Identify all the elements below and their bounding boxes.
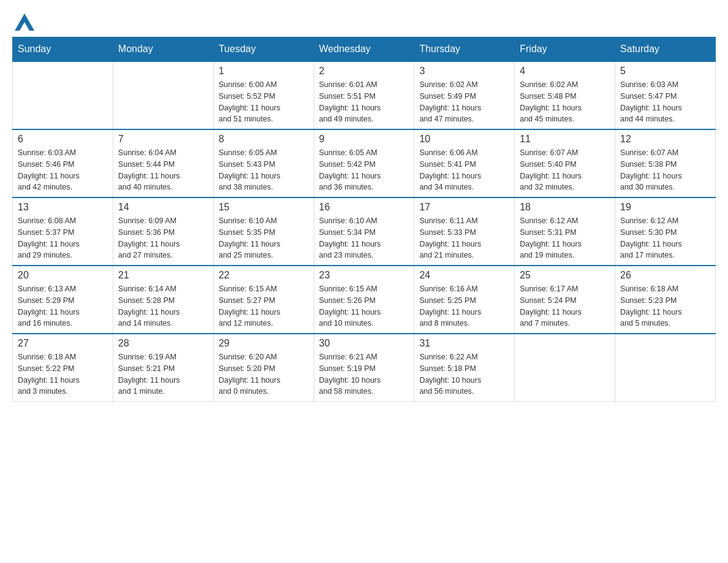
day-number: 25 — [520, 270, 610, 281]
day-number: 28 — [118, 338, 208, 349]
day-info: Sunrise: 6:00 AM Sunset: 5:52 PM Dayligh… — [219, 79, 309, 125]
day-number: 9 — [319, 134, 409, 145]
day-info: Sunrise: 6:12 AM Sunset: 5:30 PM Dayligh… — [620, 215, 710, 261]
day-info: Sunrise: 6:05 AM Sunset: 5:42 PM Dayligh… — [319, 147, 409, 193]
calendar-cell: 1Sunrise: 6:00 AM Sunset: 5:52 PM Daylig… — [213, 61, 314, 129]
calendar-cell — [515, 334, 615, 402]
calendar-cell: 5Sunrise: 6:03 AM Sunset: 5:47 PM Daylig… — [615, 61, 716, 129]
day-info: Sunrise: 6:04 AM Sunset: 5:44 PM Dayligh… — [118, 147, 208, 193]
day-number: 29 — [219, 338, 309, 349]
day-number: 3 — [419, 66, 509, 77]
day-info: Sunrise: 6:06 AM Sunset: 5:41 PM Dayligh… — [419, 147, 509, 193]
day-number: 2 — [319, 66, 409, 77]
day-info: Sunrise: 6:14 AM Sunset: 5:28 PM Dayligh… — [118, 283, 208, 329]
calendar-week-row: 20Sunrise: 6:13 AM Sunset: 5:29 PM Dayli… — [13, 266, 716, 334]
day-info: Sunrise: 6:15 AM Sunset: 5:26 PM Dayligh… — [319, 283, 409, 329]
logo — [12, 12, 34, 31]
day-info: Sunrise: 6:01 AM Sunset: 5:51 PM Dayligh… — [319, 79, 409, 125]
day-info: Sunrise: 6:03 AM Sunset: 5:47 PM Dayligh… — [620, 79, 710, 125]
calendar-header-row: SundayMondayTuesdayWednesdayThursdayFrid… — [13, 37, 716, 62]
calendar-cell: 22Sunrise: 6:15 AM Sunset: 5:27 PM Dayli… — [213, 266, 314, 334]
calendar-cell: 6Sunrise: 6:03 AM Sunset: 5:46 PM Daylig… — [13, 129, 113, 197]
day-number: 10 — [419, 134, 509, 145]
calendar-cell: 26Sunrise: 6:18 AM Sunset: 5:23 PM Dayli… — [615, 266, 716, 334]
calendar-cell: 31Sunrise: 6:22 AM Sunset: 5:18 PM Dayli… — [414, 334, 515, 402]
day-info: Sunrise: 6:21 AM Sunset: 5:19 PM Dayligh… — [319, 351, 409, 397]
day-number: 20 — [18, 270, 108, 281]
calendar-cell: 14Sunrise: 6:09 AM Sunset: 5:36 PM Dayli… — [113, 197, 213, 266]
day-info: Sunrise: 6:05 AM Sunset: 5:43 PM Dayligh… — [219, 147, 309, 193]
calendar-cell — [13, 61, 113, 129]
day-number: 15 — [219, 202, 309, 213]
day-info: Sunrise: 6:08 AM Sunset: 5:37 PM Dayligh… — [18, 215, 108, 261]
day-info: Sunrise: 6:17 AM Sunset: 5:24 PM Dayligh… — [520, 283, 610, 329]
day-number: 5 — [620, 66, 710, 77]
calendar-cell: 13Sunrise: 6:08 AM Sunset: 5:37 PM Dayli… — [13, 197, 113, 266]
calendar-cell: 28Sunrise: 6:19 AM Sunset: 5:21 PM Dayli… — [113, 334, 213, 402]
calendar-cell: 12Sunrise: 6:07 AM Sunset: 5:38 PM Dayli… — [615, 129, 716, 197]
day-number: 1 — [219, 66, 309, 77]
day-info: Sunrise: 6:07 AM Sunset: 5:40 PM Dayligh… — [520, 147, 610, 193]
calendar-cell — [615, 334, 716, 402]
logo-triangle-icon — [15, 13, 34, 31]
day-info: Sunrise: 6:03 AM Sunset: 5:46 PM Dayligh… — [18, 147, 108, 193]
day-number: 27 — [18, 338, 108, 349]
calendar-week-row: 6Sunrise: 6:03 AM Sunset: 5:46 PM Daylig… — [13, 129, 716, 197]
day-info: Sunrise: 6:13 AM Sunset: 5:29 PM Dayligh… — [18, 283, 108, 329]
day-number: 26 — [620, 270, 710, 281]
calendar-cell: 29Sunrise: 6:20 AM Sunset: 5:20 PM Dayli… — [213, 334, 314, 402]
page-header — [12, 12, 716, 31]
day-number: 19 — [620, 202, 710, 213]
day-info: Sunrise: 6:19 AM Sunset: 5:21 PM Dayligh… — [118, 351, 208, 397]
calendar-cell: 21Sunrise: 6:14 AM Sunset: 5:28 PM Dayli… — [113, 266, 213, 334]
calendar-cell: 10Sunrise: 6:06 AM Sunset: 5:41 PM Dayli… — [414, 129, 515, 197]
day-info: Sunrise: 6:02 AM Sunset: 5:48 PM Dayligh… — [520, 79, 610, 125]
calendar-cell: 9Sunrise: 6:05 AM Sunset: 5:42 PM Daylig… — [314, 129, 414, 197]
day-info: Sunrise: 6:02 AM Sunset: 5:49 PM Dayligh… — [419, 79, 509, 125]
day-info: Sunrise: 6:07 AM Sunset: 5:38 PM Dayligh… — [620, 147, 710, 193]
calendar-cell: 16Sunrise: 6:10 AM Sunset: 5:34 PM Dayli… — [314, 197, 414, 266]
calendar-day-header: Friday — [515, 37, 615, 62]
day-number: 11 — [520, 134, 610, 145]
day-number: 13 — [18, 202, 108, 213]
logo-general-row — [12, 12, 34, 31]
day-number: 18 — [520, 202, 610, 213]
calendar-day-header: Thursday — [414, 37, 515, 62]
day-number: 22 — [219, 270, 309, 281]
calendar-cell: 4Sunrise: 6:02 AM Sunset: 5:48 PM Daylig… — [515, 61, 615, 129]
calendar-cell: 11Sunrise: 6:07 AM Sunset: 5:40 PM Dayli… — [515, 129, 615, 197]
day-info: Sunrise: 6:12 AM Sunset: 5:31 PM Dayligh… — [520, 215, 610, 261]
day-number: 14 — [118, 202, 208, 213]
day-info: Sunrise: 6:20 AM Sunset: 5:20 PM Dayligh… — [219, 351, 309, 397]
calendar-cell: 30Sunrise: 6:21 AM Sunset: 5:19 PM Dayli… — [314, 334, 414, 402]
calendar-cell: 18Sunrise: 6:12 AM Sunset: 5:31 PM Dayli… — [515, 197, 615, 266]
calendar-day-header: Wednesday — [314, 37, 414, 62]
day-info: Sunrise: 6:18 AM Sunset: 5:23 PM Dayligh… — [620, 283, 710, 329]
calendar-cell — [113, 61, 213, 129]
day-number: 21 — [118, 270, 208, 281]
calendar-table: SundayMondayTuesdayWednesdayThursdayFrid… — [12, 37, 716, 402]
day-number: 30 — [319, 338, 409, 349]
calendar-cell: 24Sunrise: 6:16 AM Sunset: 5:25 PM Dayli… — [414, 266, 515, 334]
calendar-day-header: Monday — [113, 37, 213, 62]
day-info: Sunrise: 6:15 AM Sunset: 5:27 PM Dayligh… — [219, 283, 309, 329]
day-number: 16 — [319, 202, 409, 213]
calendar-week-row: 13Sunrise: 6:08 AM Sunset: 5:37 PM Dayli… — [13, 197, 716, 266]
calendar-week-row: 27Sunrise: 6:18 AM Sunset: 5:22 PM Dayli… — [13, 334, 716, 402]
day-number: 23 — [319, 270, 409, 281]
day-info: Sunrise: 6:11 AM Sunset: 5:33 PM Dayligh… — [419, 215, 509, 261]
day-info: Sunrise: 6:16 AM Sunset: 5:25 PM Dayligh… — [419, 283, 509, 329]
calendar-day-header: Tuesday — [213, 37, 314, 62]
calendar-cell: 15Sunrise: 6:10 AM Sunset: 5:35 PM Dayli… — [213, 197, 314, 266]
calendar-cell: 20Sunrise: 6:13 AM Sunset: 5:29 PM Dayli… — [13, 266, 113, 334]
day-number: 6 — [18, 134, 108, 145]
day-info: Sunrise: 6:22 AM Sunset: 5:18 PM Dayligh… — [419, 351, 509, 397]
day-number: 12 — [620, 134, 710, 145]
calendar-cell: 3Sunrise: 6:02 AM Sunset: 5:49 PM Daylig… — [414, 61, 515, 129]
day-info: Sunrise: 6:10 AM Sunset: 5:34 PM Dayligh… — [319, 215, 409, 261]
calendar-cell: 25Sunrise: 6:17 AM Sunset: 5:24 PM Dayli… — [515, 266, 615, 334]
day-number: 8 — [219, 134, 309, 145]
day-number: 31 — [419, 338, 509, 349]
calendar-week-row: 1Sunrise: 6:00 AM Sunset: 5:52 PM Daylig… — [13, 61, 716, 129]
day-number: 17 — [419, 202, 509, 213]
